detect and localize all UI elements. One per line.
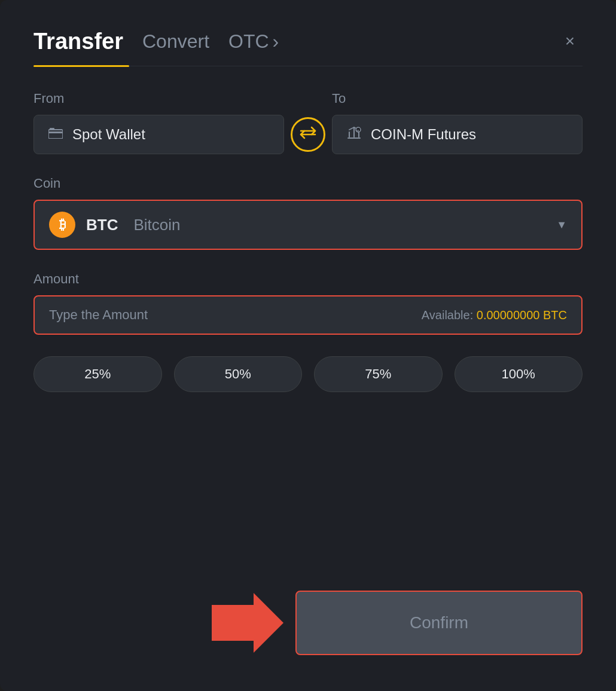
swap-button[interactable]: [291, 117, 325, 152]
amount-section: Amount Available: 0.00000000 BTC: [33, 271, 583, 335]
from-wallet-label: Spot Wallet: [72, 126, 145, 143]
coin-section: Coin ₿ BTC Bitcoin ▼: [33, 176, 583, 250]
amount-input-box: Available: 0.00000000 BTC: [33, 295, 583, 335]
available-text: Available: 0.00000000 BTC: [422, 308, 567, 322]
coin-ticker: BTC: [86, 216, 118, 234]
pct-100-button[interactable]: 100%: [455, 356, 583, 392]
from-label: From: [33, 91, 284, 106]
bottom-section: Confirm: [33, 591, 583, 655]
close-button[interactable]: ×: [557, 29, 583, 54]
from-section: From Spot Wallet: [33, 91, 284, 154]
svg-text:M: M: [356, 129, 359, 133]
svg-marker-5: [212, 593, 283, 653]
from-to-row: From Spot Wallet: [33, 91, 583, 154]
transfer-modal: Transfer Convert OTC › × From Spot: [0, 0, 616, 691]
amount-label: Amount: [33, 271, 79, 286]
svg-rect-0: [48, 130, 63, 139]
to-section: To M COIN-M Futures: [332, 91, 583, 154]
tab-otc[interactable]: OTC ›: [228, 30, 279, 53]
tab-transfer[interactable]: Transfer: [33, 29, 123, 54]
to-wallet-selector[interactable]: M COIN-M Futures: [332, 115, 583, 154]
percentage-row: 25% 50% 75% 100%: [33, 356, 583, 392]
available-amount: 0.00000000 BTC: [477, 308, 567, 322]
svg-rect-2: [50, 128, 54, 130]
tab-divider: [33, 65, 583, 67]
from-wallet-selector[interactable]: Spot Wallet: [33, 115, 284, 154]
wallet-icon: [48, 127, 63, 142]
coin-dropdown[interactable]: ₿ BTC Bitcoin ▼: [33, 200, 583, 250]
to-label: To: [332, 91, 583, 106]
modal-header: Transfer Convert OTC › ×: [33, 29, 583, 54]
pct-75-button[interactable]: 75%: [314, 356, 443, 392]
futures-icon: M: [347, 126, 361, 143]
red-arrow-icon: [212, 593, 283, 653]
svg-rect-1: [48, 132, 63, 133]
to-wallet-label: COIN-M Futures: [371, 126, 476, 143]
dropdown-arrow-icon: ▼: [556, 219, 567, 231]
arrow-indicator: [212, 593, 283, 653]
tab-convert[interactable]: Convert: [142, 30, 209, 53]
amount-input[interactable]: [49, 307, 422, 323]
active-tab-indicator: [33, 65, 129, 67]
coin-label: Coin: [33, 176, 60, 191]
swap-icon: [300, 126, 316, 143]
coin-full-name: Bitcoin: [133, 216, 180, 234]
pct-25-button[interactable]: 25%: [33, 356, 162, 392]
confirm-button[interactable]: Confirm: [295, 591, 583, 655]
pct-50-button[interactable]: 50%: [174, 356, 303, 392]
swap-btn-container: [284, 117, 332, 154]
btc-icon: ₿: [49, 212, 75, 238]
chevron-right-icon: ›: [273, 30, 279, 53]
